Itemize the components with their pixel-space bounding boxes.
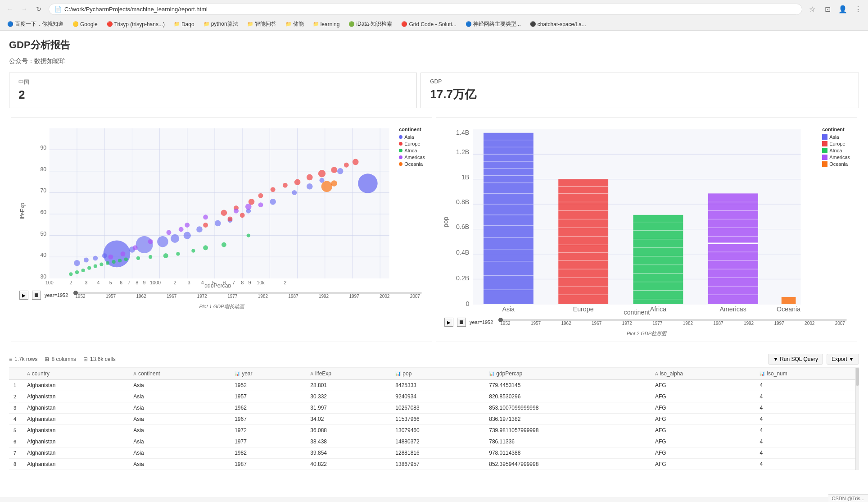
svg-text:60: 60 [40,209,46,215]
bookmark-item[interactable]: 📁智能问答 [244,19,280,29]
svg-text:Africa: Africa [650,306,666,313]
data-table: Acountry Acontinent 📊year AlifeExp 📊pop … [9,368,859,470]
svg-point-100 [203,245,208,250]
col-continent[interactable]: Acontinent [129,368,230,380]
col-iso-alpha[interactable]: Aiso_alpha [651,368,755,380]
svg-point-66 [337,168,344,174]
table-actions: ▼ Run SQL Query Export ▼ [768,354,859,365]
address-bar[interactable]: 📄 C:/work/PycharmProjects/machine_learni… [49,4,802,15]
row-number: 5 [9,425,23,436]
cell-gdppercap: 978.0114388 [484,447,651,459]
legend-dot-oceania [399,162,402,166]
svg-point-113 [258,202,263,207]
cols-label: 8 columns [51,356,76,362]
svg-text:2: 2 [284,280,286,285]
cell-continent: Asia [129,414,230,425]
chart1-play-button[interactable]: ▶ [19,291,28,300]
bookmark-star-button[interactable]: ☆ [806,3,818,15]
svg-point-108 [203,214,208,219]
legend-item-africa: Africa [399,148,425,153]
bookmark-label: Daqo [181,21,194,27]
cell-country: Afghanistan [23,436,129,447]
chart2-stop-button[interactable] [457,318,466,327]
svg-point-102 [247,234,250,237]
svg-text:4: 4 [97,280,100,285]
legend-label-africa: Africa [404,148,417,153]
rows-label: 1.7k rows [14,356,37,362]
chart2-timeline-track[interactable] [498,319,847,321]
bookmark-item[interactable]: 📁Daqo [170,20,198,28]
col-iso-num[interactable]: 📊iso_num [755,368,859,380]
chart2-legend: continent Asia Europe Africa [822,122,852,316]
cell-country: Afghanistan [23,414,129,425]
svg-point-50 [157,236,168,247]
svg-text:3: 3 [188,280,190,285]
svg-point-103 [121,251,126,256]
cell-year: 1972 [230,425,306,436]
forward-button[interactable]: → [18,3,31,15]
bookmark-item[interactable]: 📁python算法 [200,19,242,29]
chart1-timeline: ▶ year=1952 1952195719621967197219771982… [16,289,427,301]
legend-dot-asia [399,135,402,139]
svg-text:lifeExp: lifeExp [19,203,26,219]
bookmark-item[interactable]: 🟡Google [69,20,101,28]
svg-point-64 [307,183,313,190]
export-button[interactable]: Export ▼ [827,354,859,365]
extension-button[interactable]: ⊡ [821,3,834,15]
bookmark-item[interactable]: 🟢iData-知识检索 [345,19,396,29]
legend-item-oceania: Oceania [399,161,425,167]
profile-button[interactable]: 👤 [836,3,849,15]
more-button[interactable]: ⋮ [852,3,864,15]
reload-button[interactable]: ↻ [32,3,45,15]
chart2-legend-label-oceania: Oceania [829,161,848,167]
col-year[interactable]: 📊year [230,368,306,380]
chart2-play-button[interactable]: ▶ [444,318,453,327]
cell-pop: 13079460 [391,425,484,436]
cols-stat: ⊞ 8 columns [45,356,76,362]
svg-rect-0 [50,128,389,278]
svg-point-75 [307,174,313,181]
col-gdppercap[interactable]: 📊gdpPercap [484,368,651,380]
bookmark-item[interactable]: 🔵神经网络主要类型... [462,19,524,29]
china-metric-card: 中国 2 [9,73,417,108]
chart2-timeline: ▶ year=1952 1952195719621967197219771982… [441,316,852,329]
chart1-stop-button[interactable] [32,291,41,300]
bookmark-icon: 📁 [313,21,319,27]
svg-text:80: 80 [40,166,46,173]
run-sql-button[interactable]: ▼ Run SQL Query [768,354,823,365]
scrollbar-thumb[interactable] [856,368,859,386]
bookmark-item[interactable]: 🔴Grid Code - Soluti... [398,20,460,28]
gdp-label: GDP [430,78,850,85]
col-country[interactable]: Acountry [23,368,129,380]
cell-continent: Asia [129,391,230,402]
svg-point-110 [108,255,113,260]
bookmark-label: Grid Code - Soluti... [409,21,456,27]
svg-point-76 [318,170,326,177]
svg-text:5: 5 [109,280,112,285]
cells-icon: ⊟ [83,356,88,362]
table-row: 8 Afghanistan Asia 1987 40.822 13867957 … [9,459,859,470]
svg-text:100: 100 [45,280,54,285]
cell-continent: Asia [129,436,230,447]
bookmark-icon: 🟡 [72,21,79,27]
back-button[interactable]: ← [4,3,16,15]
legend-item-europe: Europe [399,141,425,146]
bookmark-item[interactable]: 📁learning [309,20,344,28]
col-pop[interactable]: 📊pop [391,368,484,380]
svg-text:50: 50 [40,231,46,237]
bookmark-item[interactable]: 🔴Trisyp (trisyp-hans...) [103,20,168,28]
bookmark-item[interactable]: ⚫chatchat-space/La... [526,20,590,28]
svg-point-79 [353,159,359,165]
cell-lifeexp: 38.438 [306,436,391,447]
bookmark-icon: 🔵 [466,21,472,27]
col-lifeexp[interactable]: AlifeExp [306,368,391,380]
cell-lifeexp: 40.822 [306,459,391,470]
china-label: 中国 [18,78,407,86]
bookmark-item[interactable]: 📁储能 [282,19,307,29]
chart1-timeline-track[interactable] [73,292,422,294]
legend-label-americas: Americas [404,155,425,160]
bookmark-item[interactable]: 🔵百度一下，你就知道 [4,19,67,29]
scrollbar[interactable] [855,368,859,470]
cell-country: Afghanistan [23,402,129,414]
svg-text:Europe: Europe [573,306,594,313]
